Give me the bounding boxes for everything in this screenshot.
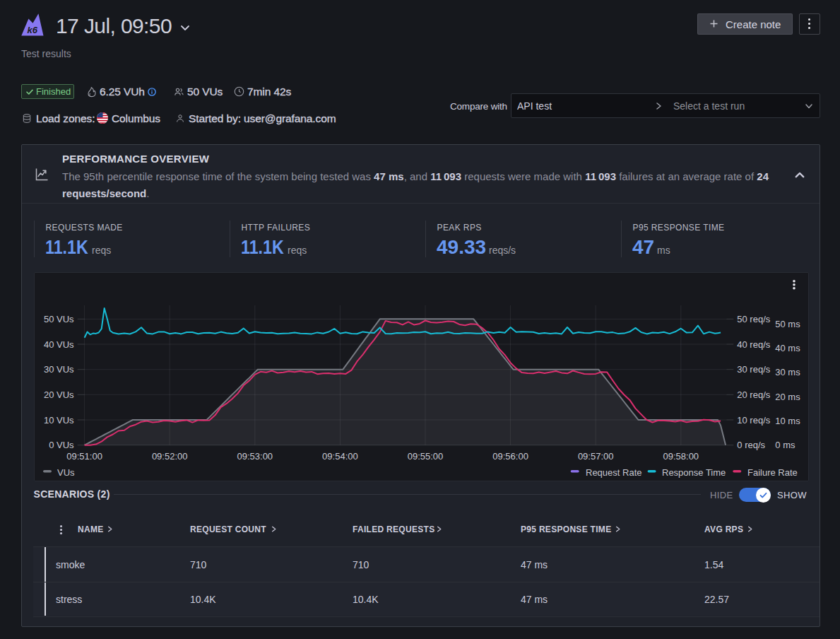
svg-text:40 ms: 40 ms xyxy=(775,343,800,353)
svg-text:Request Rate: Request Rate xyxy=(586,467,642,478)
svg-text:0 ms: 0 ms xyxy=(775,440,795,450)
svg-text:VUs: VUs xyxy=(57,467,75,478)
svg-text:30 req/s: 30 req/s xyxy=(737,364,770,375)
svg-text:k6: k6 xyxy=(28,25,38,35)
svg-text:20 ms: 20 ms xyxy=(775,392,800,402)
svg-text:Response Time: Response Time xyxy=(662,467,726,478)
svg-text:40 req/s: 40 req/s xyxy=(737,339,770,350)
svg-text:09:52:00: 09:52:00 xyxy=(152,451,188,462)
svg-text:10 req/s: 10 req/s xyxy=(737,415,770,426)
svg-text:30 VUs: 30 VUs xyxy=(44,364,74,375)
svg-text:50 req/s: 50 req/s xyxy=(737,314,770,324)
svg-text:30 ms: 30 ms xyxy=(775,368,800,378)
svg-text:50 ms: 50 ms xyxy=(775,319,800,329)
svg-text:10 VUs: 10 VUs xyxy=(44,415,74,426)
svg-text:Failure Rate: Failure Rate xyxy=(747,467,798,478)
svg-text:10 ms: 10 ms xyxy=(775,416,800,426)
svg-text:09:57:00: 09:57:00 xyxy=(578,451,614,462)
svg-text:40 VUs: 40 VUs xyxy=(44,339,74,350)
svg-text:50 VUs: 50 VUs xyxy=(44,314,74,324)
svg-text:09:54:00: 09:54:00 xyxy=(322,451,358,462)
svg-text:09:58:00: 09:58:00 xyxy=(663,451,699,462)
svg-text:20 VUs: 20 VUs xyxy=(44,389,74,400)
svg-text:09:51:00: 09:51:00 xyxy=(66,451,102,462)
svg-text:0 req/s: 0 req/s xyxy=(737,440,765,450)
svg-text:09:55:00: 09:55:00 xyxy=(407,451,443,462)
svg-text:09:56:00: 09:56:00 xyxy=(492,451,528,462)
svg-text:09:53:00: 09:53:00 xyxy=(237,451,273,462)
svg-text:20 req/s: 20 req/s xyxy=(737,389,770,400)
svg-text:0 VUs: 0 VUs xyxy=(49,440,74,450)
